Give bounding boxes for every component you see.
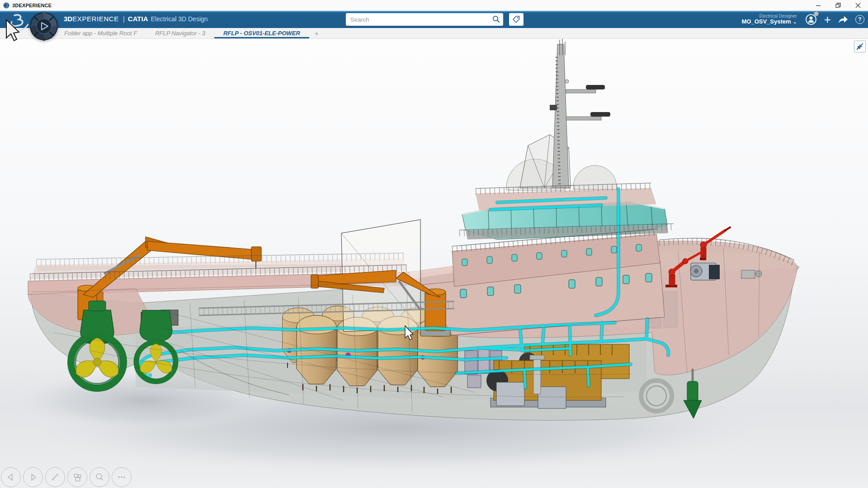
tab-rflp-osv01-ele-power[interactable]: RFLP - OSV01-ELE-POWER: [214, 28, 309, 38]
anchor-windlass[interactable]: [741, 270, 762, 278]
radome-small[interactable]: [573, 165, 617, 189]
user-menu[interactable]: Electrical Designer MO_OSV_System⌄: [741, 14, 797, 25]
tag-button[interactable]: [509, 13, 524, 26]
chevron-down-icon: ⌄: [793, 19, 797, 24]
window-titlebar: 3DEXPERIENCE: [0, 0, 868, 11]
tab-folder-app[interactable]: Folder app - Multiple Root F: [55, 28, 146, 38]
brand-divider: |: [123, 15, 125, 23]
brand-experience: EXPERIENCE: [72, 15, 119, 23]
collapse-viewport-button[interactable]: [854, 41, 866, 52]
app-header: 3DEXPERIENCE|CATIAElectrical 3D Design E…: [0, 11, 868, 28]
window-title: 3DEXPERIENCE: [12, 3, 52, 8]
brand-3d: 3D: [64, 15, 72, 23]
app-brand: 3DEXPERIENCE|CATIAElectrical 3D Design: [64, 15, 208, 23]
app-name: Electrical 3D Design: [151, 15, 208, 23]
3d-viewport[interactable]: [0, 39, 868, 488]
pen-icon: [46, 467, 65, 487]
profile-button[interactable]: [805, 13, 817, 26]
add-tab-button[interactable]: +: [309, 28, 324, 38]
more-dots-icon: [112, 467, 131, 487]
more-options-button[interactable]: [112, 467, 132, 487]
back-button[interactable]: [1, 467, 21, 487]
forward-button[interactable]: [23, 467, 43, 487]
3ds-logo-swoosh: [2, 12, 31, 44]
search-input[interactable]: [350, 13, 486, 26]
forward-icon: [24, 467, 42, 487]
app-globe-icon: [3, 2, 9, 9]
back-icon: [1, 467, 20, 487]
minimize-button[interactable]: [808, 0, 828, 11]
ship-3d-model[interactable]: [0, 39, 868, 488]
notification-badge: [814, 11, 819, 16]
app-windows-button[interactable]: [67, 467, 87, 487]
superstructure[interactable]: [423, 39, 668, 335]
help-button[interactable]: ?: [855, 15, 864, 24]
search-icon[interactable]: [492, 15, 500, 23]
collapse-arrows-icon: [855, 42, 865, 52]
main-mast[interactable]: [550, 39, 610, 188]
zoom-search-button[interactable]: [90, 467, 109, 487]
ink-pen-button[interactable]: [45, 467, 65, 487]
magnifier-icon: [90, 467, 109, 487]
tag-icon: [512, 15, 520, 23]
search-box[interactable]: [346, 13, 503, 26]
tab-rflp-navigator[interactable]: RFLP Navigator - 3: [146, 28, 214, 38]
restore-button[interactable]: [828, 0, 848, 11]
mouse-cursor: [6, 20, 19, 41]
close-button[interactable]: [848, 0, 868, 11]
app-tabbar: Folder app - Multiple Root F RFLP Naviga…: [0, 28, 868, 39]
viewport-toolbar: [1, 467, 132, 487]
windows-icon: [68, 467, 87, 487]
brand-catia: CATIA: [128, 15, 148, 23]
share-icon[interactable]: [838, 15, 849, 24]
user-name: MO_OSV_System: [741, 18, 791, 25]
add-content-button[interactable]: +: [824, 14, 831, 25]
3dexperience-compass[interactable]: [29, 11, 59, 41]
